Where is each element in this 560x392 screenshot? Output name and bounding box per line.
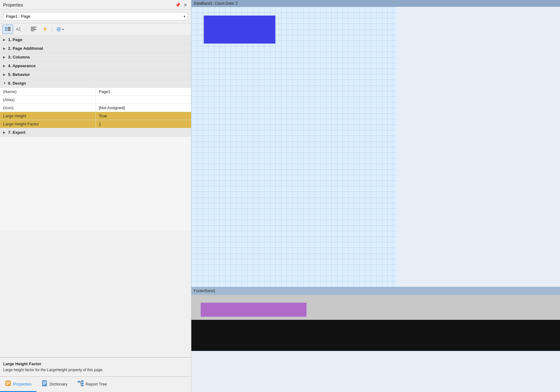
- svg-rect-28: [43, 381, 46, 382]
- svg-rect-5: [7, 30, 11, 31]
- section-3-chevron: ▶: [3, 55, 6, 59]
- svg-line-19: [57, 27, 58, 28]
- prop-large-height-row[interactable]: Large Height True: [0, 112, 191, 120]
- svg-rect-0: [5, 27, 7, 29]
- svg-rect-24: [6, 382, 10, 382]
- section-4-row[interactable]: ▶ 4. Appearance: [0, 62, 191, 70]
- svg-rect-10: [31, 28, 35, 29]
- section-5-chevron: ▶: [3, 73, 6, 76]
- databand-header: DataBand1: Count Data: 2: [191, 0, 560, 7]
- gear-dropdown-arrow: ▾: [62, 28, 64, 31]
- bottom-tabs: Properties Dictionary: [0, 376, 191, 392]
- section-1-chevron: ▶: [3, 38, 6, 41]
- pin-button[interactable]: 📌: [175, 2, 181, 7]
- svg-rect-9: [31, 27, 36, 27]
- header-icons: 📌 ✕: [175, 2, 188, 7]
- description-box: Large Height Factor Large height factor …: [0, 357, 191, 376]
- svg-line-21: [60, 27, 61, 28]
- section-2-label: 2. Page Additional: [8, 46, 43, 51]
- svg-rect-4: [7, 29, 11, 30]
- svg-rect-32: [78, 381, 80, 382]
- prop-name-key: (Name): [0, 88, 96, 96]
- section-2-row[interactable]: ▶ 2. Page Additional: [0, 44, 191, 53]
- section-5-row[interactable]: ▶ 5. Behavior: [0, 70, 191, 79]
- svg-rect-29: [43, 382, 46, 383]
- grid-canvas[interactable]: [191, 7, 397, 287]
- svg-line-36: [80, 381, 81, 382]
- purple-rectangle[interactable]: [201, 303, 306, 317]
- toolbar-sort-btn[interactable]: A Z ↓: [14, 25, 24, 34]
- prop-icon-row[interactable]: (Icon) [Not Assigned]: [0, 104, 191, 112]
- props-spacer: [0, 137, 191, 230]
- prop-large-height-factor-value[interactable]: 1: [96, 120, 191, 128]
- section-1-row[interactable]: ▶ 1. Page: [0, 35, 191, 44]
- prop-alias-row[interactable]: (Alias): [0, 96, 191, 104]
- tab-report-tree-icon: [77, 380, 84, 388]
- right-panel: DataBand1: Count Data: 2 FooterBand1: [191, 0, 560, 392]
- description-text: Large height factor for the LargeHeight …: [3, 367, 188, 373]
- svg-line-20: [60, 30, 61, 31]
- prop-name-value[interactable]: Page1: [96, 88, 191, 96]
- svg-rect-30: [43, 383, 46, 384]
- toolbar-list-btn[interactable]: [2, 25, 13, 34]
- svg-rect-33: [81, 380, 83, 382]
- gear-icon: [56, 27, 61, 32]
- dropdown-row: Page1 : Page ▾: [0, 10, 191, 23]
- tab-report-tree[interactable]: Report Tree: [72, 377, 112, 392]
- section-7-chevron: ▶: [3, 131, 6, 134]
- prop-large-height-value[interactable]: True: [96, 112, 191, 120]
- canvas-area[interactable]: DataBand1: Count Data: 2 FooterBand1: [191, 0, 560, 392]
- blue-rectangle[interactable]: [204, 16, 275, 44]
- section-4-chevron: ▶: [3, 64, 6, 68]
- prop-large-height-factor-key: Large Height Factor: [0, 120, 96, 128]
- close-button[interactable]: ✕: [183, 2, 188, 7]
- section-4-label: 4. Appearance: [8, 63, 35, 68]
- svg-marker-13: [44, 26, 47, 32]
- svg-rect-1: [5, 29, 7, 31]
- toolbar-gear-btn[interactable]: ▾: [54, 25, 66, 33]
- section-2-chevron: ▶: [3, 47, 6, 50]
- svg-line-22: [57, 30, 58, 31]
- toolbar-lightning-btn[interactable]: [40, 25, 50, 34]
- toolbar-desc-btn[interactable]: [28, 25, 39, 34]
- purple-rect-area: [191, 295, 560, 320]
- tab-properties-label: Properties: [13, 382, 31, 386]
- svg-rect-35: [81, 385, 83, 386]
- desc-icon: [31, 27, 36, 32]
- tab-properties-icon: [5, 380, 11, 388]
- prop-large-height-factor-row[interactable]: Large Height Factor 1: [0, 120, 191, 128]
- svg-point-14: [58, 28, 60, 30]
- page-selector[interactable]: Page1 : Page: [3, 12, 188, 21]
- left-panel: Properties 📌 ✕ Page1 : Page ▾: [0, 0, 191, 392]
- prop-icon-value[interactable]: [Not Assigned]: [96, 104, 191, 112]
- section-3-label: 3. Columns: [8, 55, 30, 59]
- tab-dictionary[interactable]: Dictionary: [36, 377, 72, 392]
- section-6-row[interactable]: ▼ 6. Design: [0, 79, 191, 88]
- section-1-label: 1. Page: [8, 37, 22, 42]
- footer-band: FooterBand1: [191, 287, 560, 295]
- section-3-row[interactable]: ▶ 3. Columns: [0, 53, 191, 62]
- prop-alias-value[interactable]: [96, 96, 191, 104]
- properties-header: Properties 📌 ✕: [0, 0, 191, 10]
- sort-icon: A Z ↓: [16, 26, 22, 32]
- svg-rect-25: [6, 383, 10, 384]
- svg-rect-12: [31, 30, 34, 31]
- prop-icon-key: (Icon): [0, 104, 96, 112]
- bottom-black-area: [191, 320, 560, 351]
- page-selector-wrapper: Page1 : Page ▾: [3, 12, 188, 21]
- svg-rect-34: [81, 383, 83, 384]
- description-title: Large Height Factor: [3, 362, 188, 366]
- toolbar-separator: [26, 26, 26, 33]
- toolbar-separator2: [52, 26, 52, 33]
- prop-name-row[interactable]: (Name) Page1: [0, 88, 191, 96]
- lightning-icon: [42, 26, 47, 32]
- section-6-label: 6. Design: [8, 81, 26, 86]
- properties-list: ▶ 1. Page ▶ 2. Page Additional ▶ 3. Colu…: [0, 35, 191, 357]
- section-5-label: 5. Behavior: [8, 72, 30, 77]
- tab-properties[interactable]: Properties: [0, 377, 36, 392]
- svg-text:↓: ↓: [20, 29, 22, 32]
- section-7-row[interactable]: ▶ 7. Export: [0, 128, 191, 137]
- svg-rect-31: [43, 384, 45, 385]
- toolbar: A Z ↓: [0, 23, 191, 35]
- properties-title: Properties: [3, 2, 23, 7]
